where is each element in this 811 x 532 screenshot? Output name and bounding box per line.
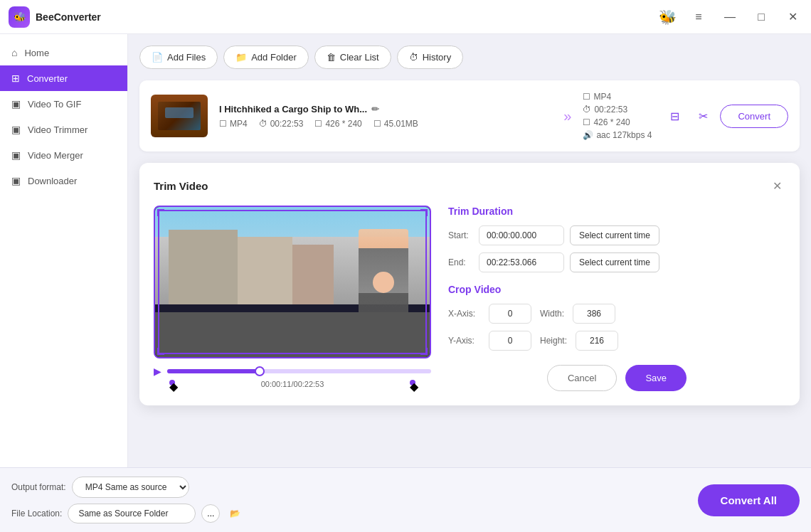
sidebar-item-home-label: Home [24,48,49,58]
duration-icon: ⏱ [259,119,267,129]
start-label: Start: [448,230,473,240]
edit-icon[interactable]: ✏ [371,104,379,115]
menu-icon[interactable]: ≡ [689,7,709,27]
file-thumbnail [151,95,208,137]
file-location-input[interactable] [68,504,196,523]
file-info: I Hitchhiked a Cargo Ship to Wh... ✏ ☐ M… [219,104,552,129]
dst-audio: 🔊 aac 127kbps 4 [583,130,652,140]
sidebar-item-video-to-gif[interactable]: ▣ Video To GIF [0,91,127,117]
content-area: 📄 Add Files 📁 Add Folder 🗑 Clear List ⏱ … [128,34,811,467]
output-format-select[interactable]: MP4 Same as source [72,477,189,498]
progress-track[interactable] [167,369,431,373]
trim-close-button[interactable]: ✕ [768,177,785,194]
trim-end-row: End: Select current time [448,252,785,272]
play-button[interactable]: ▶ [154,366,161,377]
history-icon: ⏱ [409,52,418,63]
app-title: BeeConverter [36,11,657,23]
width-label: Width: [540,309,564,319]
settings-icon[interactable]: ⊟ [663,105,686,127]
downloader-icon: ▣ [11,175,21,186]
clear-list-button[interactable]: 🗑 Clear List [314,46,391,69]
height-label: Height: [540,336,567,346]
convert-all-button[interactable]: Convert All [698,484,800,516]
maximize-icon[interactable]: □ [751,7,771,27]
file-output: ☐ MP4 ⏱ 00:22:53 ☐ 426 * 240 🔊 aac 127kb… [583,92,652,140]
clear-list-icon: 🗑 [327,52,336,63]
scissors-icon[interactable]: ✂ [691,105,714,127]
cancel-button[interactable]: Cancel [547,365,617,391]
size-icon: ☐ [373,119,381,129]
bottom-left: Output format: MP4 Same as source File L… [11,477,244,523]
folder-browse-icon[interactable]: 📂 [226,504,244,523]
end-label: End: [448,257,473,267]
dst-format-icon: ☐ [583,92,590,102]
x-axis-label: X-Axis: [448,309,480,319]
sidebar-item-downloader[interactable]: ▣ Downloader [0,168,127,193]
trim-end-marker[interactable]: ◆ [410,380,415,385]
main-layout: ⌂ Home ⊞ Converter ▣ Video To GIF ▣ Vide… [0,34,811,467]
file-actions: ⊟ ✂ Convert [663,105,788,128]
progress-thumb[interactable] [255,366,265,376]
trimmer-icon: ▣ [11,124,21,135]
src-size: ☐ 45.01MB [373,119,418,129]
location-ellipsis-button[interactable]: ... [201,504,220,523]
x-axis-input[interactable] [489,304,531,324]
end-input[interactable] [479,252,564,272]
titlebar-actions: 🐝 ≡ — □ ✕ [657,7,802,27]
modal-actions: Cancel Save [448,365,785,391]
video-preview: ▶ ◆ 00:00:11/00:22:53 [154,206,431,391]
width-input[interactable] [573,304,615,324]
bottom-bar: Output format: MP4 Same as source File L… [0,467,811,532]
trim-modal: Trim Video ✕ [139,163,800,405]
add-files-label: Add Files [167,52,206,63]
y-axis-input[interactable] [489,331,531,351]
dst-audio-icon: 🔊 [583,130,593,140]
sidebar-item-merger-label: Video Merger [28,150,83,161]
sidebar-item-converter-label: Converter [27,73,68,84]
select-start-time-button[interactable]: Select current time [570,225,659,245]
sidebar-item-video-merger[interactable]: ▣ Video Merger [0,142,127,168]
output-format-row: Output format: MP4 Same as source [11,477,244,498]
sidebar-item-trimmer-label: Video Trimmer [28,124,88,135]
output-format-label: Output format: [11,482,66,492]
save-button[interactable]: Save [625,365,687,391]
add-files-button[interactable]: 📄 Add Files [139,46,218,69]
crop-y-row: Y-Axis: Height: [448,331,785,351]
src-resolution: ☐ 426 * 240 [314,119,361,129]
file-name: I Hitchhiked a Cargo Ship to Wh... ✏ [219,104,552,115]
height-input[interactable] [576,331,618,351]
select-end-time-button[interactable]: Select current time [570,252,659,272]
convert-button[interactable]: Convert [720,105,788,128]
sidebar-item-converter[interactable]: ⊞ Converter [0,65,127,91]
resolution-icon: ☐ [314,119,322,129]
convert-arrow-icon: » [563,108,571,124]
titlebar: 🐝 BeeConverter 🐝 ≡ — □ ✕ [0,0,811,34]
bee-promo-icon[interactable]: 🐝 [657,7,677,27]
merger-icon: ▣ [11,149,21,161]
dst-resolution: ☐ 426 * 240 [583,117,652,127]
sidebar-item-video-trimmer[interactable]: ▣ Video Trimmer [0,117,127,142]
time-display: 00:00:11/00:22:53 [261,380,324,388]
gif-icon: ▣ [11,98,21,110]
home-icon: ⌂ [11,47,17,58]
format-icon: ☐ [219,119,227,129]
add-files-icon: 📄 [152,52,163,63]
dst-resolution-icon: ☐ [583,117,590,127]
playback-controls: ▶ ◆ 00:00:11/00:22:53 [154,366,431,388]
converter-icon: ⊞ [11,73,20,84]
trim-start-marker[interactable]: ◆ [169,380,175,385]
add-folder-button[interactable]: 📁 Add Folder [223,46,309,69]
trim-content: ▶ ◆ 00:00:11/00:22:53 [154,206,785,391]
app-logo-icon: 🐝 [14,11,26,23]
sidebar-item-downloader-label: Downloader [28,176,77,186]
trim-modal-title: Trim Video [154,180,208,192]
history-button[interactable]: ⏱ History [397,46,463,69]
minimize-icon[interactable]: — [720,7,740,27]
clear-list-label: Clear List [340,52,379,63]
close-icon[interactable]: ✕ [783,7,802,27]
trim-duration-title: Trim Duration [448,206,785,217]
y-axis-label: Y-Axis: [448,336,480,346]
sidebar-item-home[interactable]: ⌂ Home [0,40,127,65]
start-input[interactable] [479,225,564,245]
add-folder-icon: 📁 [235,52,247,63]
